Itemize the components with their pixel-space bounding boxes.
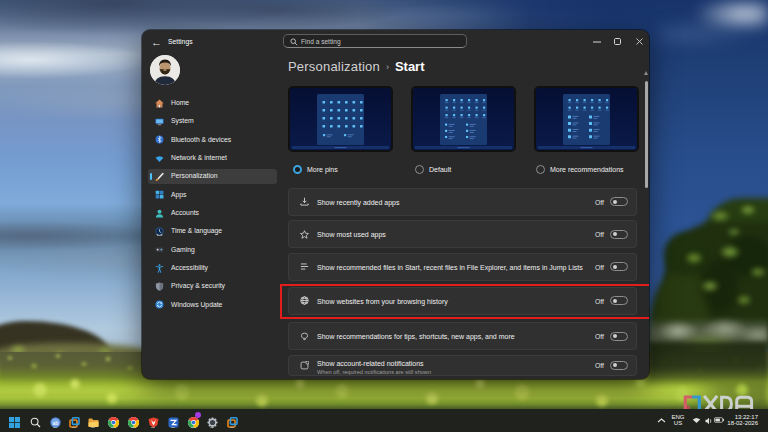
svg-text:ab: ab xyxy=(53,420,59,426)
